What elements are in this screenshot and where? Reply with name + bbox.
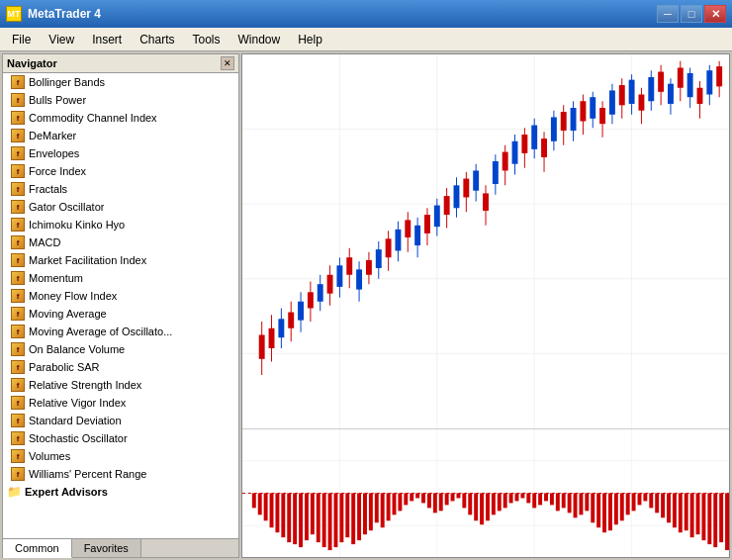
svg-rect-19: [308, 292, 314, 308]
navigator-close-button[interactable]: ✕: [221, 56, 234, 70]
tab-favorites[interactable]: Favorites: [72, 539, 141, 557]
expert-advisors-section[interactable]: 📁 Expert Advisors: [3, 483, 238, 501]
svg-rect-187: [690, 494, 694, 538]
nav-item-macd[interactable]: f MACD: [3, 233, 238, 251]
minimize-button[interactable]: ─: [657, 5, 679, 23]
svg-rect-148: [462, 494, 466, 509]
nav-item-label: Volumes: [29, 450, 70, 462]
indicator-icon: f: [11, 431, 25, 445]
menu-insert[interactable]: Insert: [84, 31, 130, 48]
svg-rect-191: [713, 494, 717, 548]
nav-item-bollinger[interactable]: f Bollinger Bands: [3, 73, 238, 91]
svg-rect-9: [259, 335, 265, 359]
tab-common[interactable]: Common: [3, 539, 72, 558]
svg-rect-117: [281, 494, 285, 538]
nav-item-force[interactable]: f Force Index: [3, 162, 238, 180]
nav-item-stddev[interactable]: f Standard Deviation: [3, 412, 238, 429]
svg-rect-116: [275, 494, 279, 533]
menu-window[interactable]: Window: [230, 31, 289, 48]
svg-rect-11: [269, 328, 275, 348]
title-bar-buttons: ─ □ ✕: [657, 5, 726, 23]
indicator-icon: f: [11, 75, 25, 89]
svg-rect-173: [608, 494, 612, 531]
svg-rect-49: [454, 185, 460, 208]
menu-view[interactable]: View: [41, 31, 82, 48]
nav-item-maoscillator[interactable]: f Moving Average of Oscillato...: [3, 323, 238, 340]
close-button[interactable]: ✕: [704, 5, 726, 23]
svg-rect-161: [538, 494, 542, 506]
svg-rect-175: [620, 494, 624, 521]
svg-rect-15: [288, 313, 294, 328]
navigator-list[interactable]: f Bollinger Bands f Bulls Power f Commod…: [3, 73, 238, 538]
svg-rect-171: [596, 494, 600, 528]
nav-item-parabolic[interactable]: f Parabolic SAR: [3, 358, 238, 376]
indicator-icon: f: [11, 449, 25, 463]
svg-rect-184: [673, 494, 677, 528]
svg-rect-147: [456, 494, 460, 499]
nav-item-wpr[interactable]: f Williams' Percent Range: [3, 465, 238, 483]
svg-rect-113: [258, 494, 262, 515]
svg-rect-73: [571, 108, 577, 131]
svg-rect-21: [318, 284, 323, 302]
svg-rect-153: [492, 494, 496, 515]
nav-item-label: Gator Oscillator: [29, 201, 104, 213]
nav-item-moneyflow[interactable]: f Money Flow Index: [3, 287, 238, 305]
restore-button[interactable]: □: [681, 5, 702, 23]
svg-rect-150: [474, 494, 478, 521]
svg-rect-163: [550, 494, 554, 506]
nav-item-rvi[interactable]: f Relative Vigor Index: [3, 394, 238, 412]
svg-rect-114: [264, 494, 268, 521]
indicator-icon: f: [11, 164, 25, 178]
nav-item-label: Moving Average: [29, 308, 107, 320]
svg-rect-95: [678, 68, 684, 88]
menu-charts[interactable]: Charts: [132, 31, 182, 48]
svg-rect-144: [439, 494, 443, 512]
nav-item-stochastic[interactable]: f Stochastic Oscillator: [3, 429, 238, 447]
nav-item-rsi[interactable]: f Relative Strength Index: [3, 376, 238, 394]
menu-help[interactable]: Help: [290, 31, 330, 48]
svg-rect-151: [480, 494, 484, 525]
menu-file[interactable]: File: [4, 31, 39, 48]
svg-rect-192: [719, 494, 723, 543]
indicator-icon: f: [11, 414, 25, 427]
svg-rect-13: [278, 319, 284, 337]
svg-rect-170: [591, 494, 595, 523]
svg-rect-33: [376, 249, 382, 268]
svg-rect-168: [579, 494, 583, 515]
nav-item-ma[interactable]: f Moving Average: [3, 305, 238, 323]
title-bar: MT MetaTrader 4 ─ □ ✕: [0, 0, 732, 28]
svg-rect-35: [386, 238, 392, 257]
indicator-icon: f: [11, 146, 25, 160]
svg-rect-146: [451, 494, 455, 502]
main-chart[interactable]: [242, 54, 729, 428]
svg-rect-122: [311, 494, 315, 535]
nav-item-volumes[interactable]: f Volumes: [3, 447, 238, 465]
nav-item-label: Relative Strength Index: [29, 379, 141, 391]
svg-rect-129: [351, 494, 355, 545]
svg-rect-178: [638, 494, 642, 506]
nav-item-obv[interactable]: f On Balance Volume: [3, 340, 238, 358]
nav-item-momentum[interactable]: f Momentum: [3, 269, 238, 287]
nav-item-demarker[interactable]: f DeMarker: [3, 127, 238, 144]
menu-tools[interactable]: Tools: [185, 31, 229, 48]
svg-rect-165: [562, 494, 566, 509]
nav-item-ichimoku[interactable]: f Ichimoku Kinko Hyo: [3, 216, 238, 233]
svg-rect-91: [658, 72, 664, 92]
svg-rect-115: [270, 494, 274, 528]
nav-item-gator[interactable]: f Gator Oscillator: [3, 198, 238, 216]
navigator-header: Navigator ✕: [3, 54, 238, 73]
folder-icon: 📁: [7, 485, 21, 499]
sub-chart[interactable]: [242, 428, 729, 557]
nav-item-envelopes[interactable]: f Envelopes: [3, 144, 238, 162]
nav-item-fractals[interactable]: f Fractals: [3, 180, 238, 198]
nav-item-bulls[interactable]: f Bulls Power: [3, 91, 238, 109]
svg-rect-87: [638, 95, 644, 111]
nav-item-mfi[interactable]: f Market Facilitation Index: [3, 251, 238, 269]
svg-rect-79: [599, 108, 605, 124]
nav-item-cci[interactable]: f Commodity Channel Index: [3, 109, 238, 127]
svg-rect-17: [298, 302, 304, 321]
svg-rect-160: [532, 494, 536, 509]
svg-rect-45: [434, 206, 440, 228]
svg-rect-140: [415, 494, 419, 499]
nav-item-label: Relative Vigor Index: [29, 397, 126, 409]
